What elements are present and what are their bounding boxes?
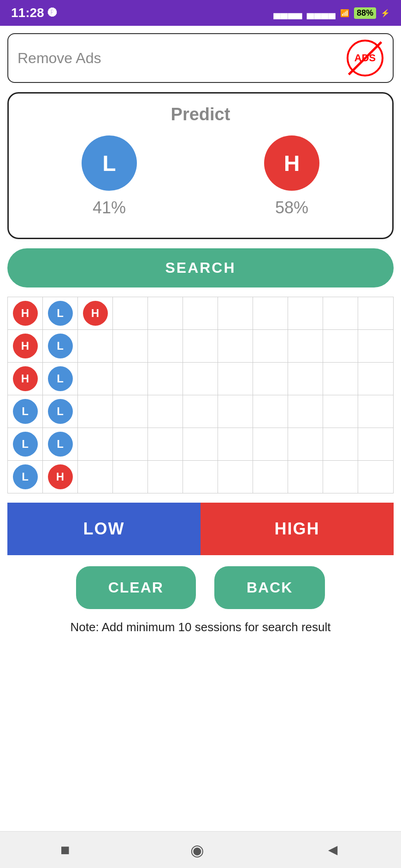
list-item[interactable] bbox=[253, 330, 288, 362]
list-item[interactable] bbox=[323, 428, 358, 460]
predict-right-circle: H bbox=[264, 135, 319, 191]
list-item[interactable]: L bbox=[8, 428, 43, 460]
list-item[interactable] bbox=[113, 330, 148, 362]
list-item[interactable] bbox=[218, 363, 253, 395]
list-item[interactable] bbox=[323, 297, 358, 329]
list-item[interactable] bbox=[358, 297, 393, 329]
list-item[interactable]: H bbox=[8, 363, 43, 395]
list-item[interactable]: L bbox=[8, 461, 43, 493]
list-item[interactable] bbox=[78, 461, 113, 493]
clear-button[interactable]: CLEAR bbox=[76, 566, 196, 609]
low-circle: L bbox=[48, 366, 73, 391]
list-item[interactable]: L bbox=[8, 395, 43, 428]
list-item[interactable] bbox=[253, 428, 288, 460]
high-button[interactable]: HIGH bbox=[200, 503, 394, 555]
list-item[interactable] bbox=[113, 428, 148, 460]
status-time: 11:28 🅟 bbox=[11, 6, 57, 20]
list-item[interactable] bbox=[288, 461, 323, 493]
list-item[interactable] bbox=[113, 461, 148, 493]
status-bar: 11:28 🅟 ▄▄▄▄ ▄▄▄▄ 📶 88% ⚡ bbox=[0, 0, 401, 26]
list-item[interactable] bbox=[183, 363, 218, 395]
list-item[interactable]: L bbox=[43, 395, 78, 428]
list-item[interactable]: L bbox=[43, 330, 78, 362]
list-item[interactable] bbox=[78, 395, 113, 428]
list-item[interactable]: L bbox=[43, 297, 78, 329]
list-item[interactable] bbox=[218, 330, 253, 362]
list-item[interactable] bbox=[113, 363, 148, 395]
wifi-icon: 📶 bbox=[340, 9, 349, 18]
low-circle: L bbox=[13, 399, 38, 424]
nav-back-icon[interactable]: ◄ bbox=[325, 841, 341, 859]
list-item[interactable] bbox=[148, 461, 183, 493]
list-item[interactable]: H bbox=[8, 330, 43, 362]
predict-circles: L 41% H 58% bbox=[18, 135, 383, 217]
list-item[interactable] bbox=[78, 428, 113, 460]
list-item[interactable] bbox=[323, 461, 358, 493]
predict-left: L 41% bbox=[82, 135, 137, 217]
list-item[interactable] bbox=[183, 330, 218, 362]
list-item[interactable] bbox=[218, 297, 253, 329]
list-item[interactable] bbox=[218, 461, 253, 493]
list-item[interactable] bbox=[288, 330, 323, 362]
list-item[interactable] bbox=[78, 363, 113, 395]
list-item[interactable] bbox=[148, 428, 183, 460]
status-icons: ▄▄▄▄ ▄▄▄▄ 📶 88% ⚡ bbox=[273, 7, 390, 19]
list-item[interactable] bbox=[113, 395, 148, 428]
predict-box: Predict L 41% H 58% bbox=[7, 92, 394, 239]
table-row: HL bbox=[8, 363, 393, 395]
list-item[interactable] bbox=[323, 363, 358, 395]
main-content: Remove Ads ADS Predict L 41% H 58% SEARC… bbox=[0, 26, 401, 656]
list-item[interactable] bbox=[218, 428, 253, 460]
list-item[interactable] bbox=[148, 395, 183, 428]
list-item[interactable] bbox=[253, 363, 288, 395]
list-item[interactable] bbox=[183, 461, 218, 493]
remove-ads-button[interactable]: Remove Ads ADS bbox=[7, 33, 394, 83]
list-item[interactable]: H bbox=[43, 461, 78, 493]
list-item[interactable] bbox=[113, 297, 148, 329]
list-item[interactable] bbox=[253, 395, 288, 428]
high-circle: H bbox=[83, 301, 108, 326]
list-item[interactable] bbox=[358, 330, 393, 362]
list-item[interactable]: L bbox=[43, 428, 78, 460]
predict-right-percent: 58% bbox=[275, 198, 308, 217]
table-row: LL bbox=[8, 428, 393, 461]
list-item[interactable] bbox=[253, 461, 288, 493]
list-item[interactable]: H bbox=[8, 297, 43, 329]
predict-right: H 58% bbox=[264, 135, 319, 217]
list-item[interactable] bbox=[183, 297, 218, 329]
list-item[interactable] bbox=[358, 363, 393, 395]
list-item[interactable] bbox=[148, 330, 183, 362]
list-item[interactable] bbox=[148, 297, 183, 329]
list-item[interactable] bbox=[288, 297, 323, 329]
list-item[interactable] bbox=[183, 395, 218, 428]
list-item[interactable] bbox=[358, 395, 393, 428]
list-item[interactable] bbox=[358, 461, 393, 493]
back-button[interactable]: BACK bbox=[214, 566, 325, 609]
nav-stop-icon[interactable]: ■ bbox=[60, 841, 70, 859]
list-item[interactable]: L bbox=[43, 363, 78, 395]
list-item[interactable] bbox=[183, 428, 218, 460]
battery-icon: 88% bbox=[354, 7, 376, 19]
low-circle: L bbox=[13, 432, 38, 457]
list-item[interactable] bbox=[288, 428, 323, 460]
list-item[interactable] bbox=[323, 330, 358, 362]
ads-badge: ADS bbox=[347, 40, 383, 76]
high-circle: H bbox=[13, 366, 38, 391]
nav-home-icon[interactable]: ◉ bbox=[190, 841, 204, 859]
search-button[interactable]: SEARCH bbox=[7, 248, 394, 287]
list-item[interactable] bbox=[323, 395, 358, 428]
list-item[interactable] bbox=[253, 297, 288, 329]
table-row: LL bbox=[8, 395, 393, 428]
list-item[interactable] bbox=[288, 395, 323, 428]
list-item[interactable] bbox=[288, 363, 323, 395]
list-item[interactable] bbox=[78, 330, 113, 362]
list-item[interactable]: H bbox=[78, 297, 113, 329]
list-item[interactable] bbox=[358, 428, 393, 460]
signal-icon: ▄▄▄▄ bbox=[273, 7, 302, 19]
list-item[interactable] bbox=[148, 363, 183, 395]
low-button[interactable]: LOW bbox=[7, 503, 200, 555]
table-row: HL bbox=[8, 330, 393, 363]
low-circle: L bbox=[48, 399, 73, 424]
data-grid: HLHHLHLLLLLLH bbox=[7, 297, 394, 493]
list-item[interactable] bbox=[218, 395, 253, 428]
